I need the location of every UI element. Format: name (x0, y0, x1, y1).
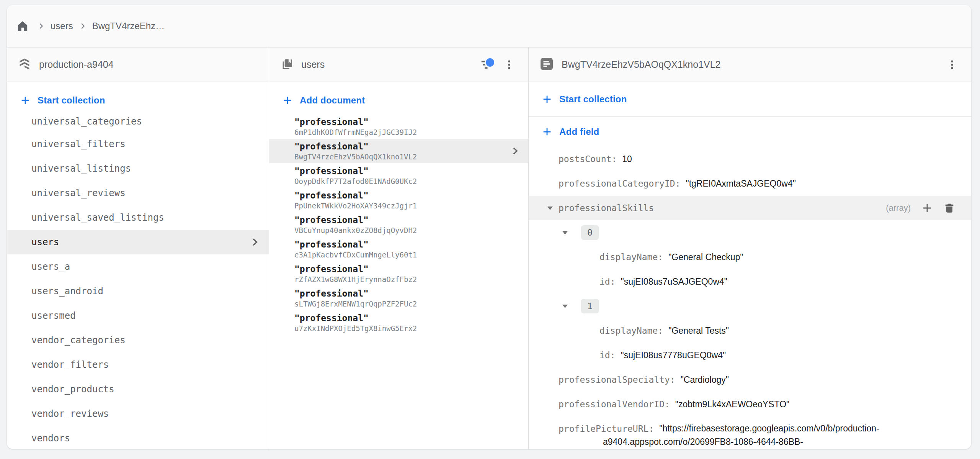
delete-field-icon[interactable] (943, 202, 956, 215)
field-row-professionalSpecialty: professionalSpecialty: "Cardiology" (529, 367, 971, 392)
collections-list: universal_categories universal_filters u… (7, 111, 269, 449)
filter-active-badge (485, 57, 495, 68)
database-panel-header: production-a9404 (7, 48, 269, 82)
field-row-professionalSkills: professionalSkills (array) (529, 196, 971, 220)
document-item-selected[interactable]: "professional"BwgTV4rzeEhzV5bAOqQX1kno1V… (269, 139, 528, 163)
plus-icon (542, 94, 552, 105)
field-row-profilePictureURL: profilePictureURL: "https://firebasestor… (529, 416, 971, 447)
array-item-row-0: 0 (529, 220, 971, 245)
collection-item[interactable]: vendors (7, 426, 269, 449)
document-title: BwgTV4rzeEhzV5bAOqQX1kno1VL2 (562, 59, 721, 70)
chevron-right-icon (37, 22, 45, 30)
collection-item[interactable]: universal_categories (7, 111, 269, 132)
database-panel: production-a9404 Start collection univer… (7, 48, 269, 449)
collection-item[interactable]: vendor_categories (7, 328, 269, 352)
field-row-id-0: id: "sujEI08us7uSAJGEQ0w4" (529, 269, 971, 294)
field-row-professionalCategoryID: professionalCategoryID: "tgREI0AxmtaSAJG… (529, 171, 971, 196)
collection-item[interactable]: universal_reviews (7, 181, 269, 205)
chevron-right-icon (250, 237, 260, 247)
collection-item[interactable]: universal_listings (7, 156, 269, 181)
document-item[interactable]: "professional"sLTWGj8ErxMENW1qrQqpPZF2FU… (269, 286, 528, 310)
collection-item[interactable]: vendor_filters (7, 352, 269, 377)
collection-item[interactable]: vendor_reviews (7, 402, 269, 426)
add-document-button[interactable]: Add document (269, 90, 528, 111)
plus-icon (282, 95, 293, 106)
document-panel-body: Start collection Add field postsCount: 1… (529, 82, 971, 449)
document-item[interactable]: "professional"rZfAZX1wG8WX1HjErynnaOzfFb… (269, 261, 528, 286)
breadcrumb: users BwgTV4rzeEhz… (7, 5, 971, 48)
kebab-menu-icon[interactable] (501, 56, 517, 73)
collection-item[interactable]: usersmed (7, 303, 269, 328)
collection-item-selected[interactable]: users (7, 230, 269, 254)
field-list: postsCount: 10 professionalCategoryID: "… (529, 147, 971, 449)
collection-panel-header: users (269, 48, 528, 82)
documents-list: "professional"6mP1dhKODfWfrmNEga2jJGC39I… (269, 114, 528, 335)
add-field-button[interactable]: Add field (529, 117, 971, 147)
array-item-row-1: 1 (529, 294, 971, 318)
plus-icon (20, 95, 31, 106)
array-index-badge: 1 (581, 299, 599, 313)
panel-container: production-a9404 Start collection univer… (7, 48, 971, 449)
collapse-triangle-icon[interactable] (562, 230, 568, 235)
breadcrumb-collection[interactable]: users (51, 21, 73, 31)
chevron-right-icon (78, 22, 87, 30)
field-row-postsCount: postsCount: 10 (529, 147, 971, 171)
document-item[interactable]: "professional"OoypDdkfP7T2afod0E1NAdG0UK… (269, 163, 528, 188)
firestore-database-icon (18, 57, 31, 72)
collapse-triangle-icon[interactable] (562, 304, 568, 308)
start-collection-button[interactable]: Start collection (529, 82, 971, 117)
collection-item[interactable]: universal_saved_listings (7, 205, 269, 230)
field-row-id-1: id: "sujEI08us7778uGEQ0w4" (529, 343, 971, 367)
collection-panel: users (269, 48, 529, 449)
document-item[interactable]: "professional"6mP1dhKODfWfrmNEga2jJGC39I… (269, 114, 528, 139)
document-item[interactable]: "professional"e3A1pKacbvfCDxCumMngeLly60… (269, 237, 528, 261)
collection-item[interactable]: users_a (7, 254, 269, 279)
breadcrumb-document[interactable]: BwgTV4rzeEhz… (92, 21, 165, 31)
array-index-badge: 0 (581, 225, 599, 240)
database-panel-body: Start collection universal_categories un… (7, 82, 269, 449)
field-row-professionalVendorID: professionalVendorID: "zobtm9Lk4xAEWOeoY… (529, 392, 971, 416)
document-icon (540, 57, 553, 72)
document-panel: BwgTV4rzeEhzV5bAOqQX1kno1VL2 Start colle… (529, 48, 971, 449)
add-array-element-icon[interactable] (921, 202, 934, 215)
document-item[interactable]: "professional"VBCuYnup40ankx0zZO8djqOyvD… (269, 212, 528, 237)
plus-icon (542, 126, 552, 137)
document-panel-header: BwgTV4rzeEhzV5bAOqQX1kno1VL2 (529, 48, 971, 82)
database-title: production-a9404 (39, 59, 114, 70)
home-icon[interactable] (14, 17, 31, 35)
field-row-displayName-0: displayName: "General Checkup" (529, 245, 971, 269)
collection-title: users (301, 59, 325, 70)
document-item[interactable]: "professional"u7zKxINdPXOjEd5TgX8inwG5Er… (269, 310, 528, 335)
collapse-triangle-icon[interactable] (547, 206, 553, 210)
collection-item[interactable]: universal_filters (7, 132, 269, 156)
field-type-label: (array) (886, 203, 911, 213)
collection-panel-body: Add document "professional"6mP1dhKODfWfr… (269, 82, 528, 449)
collection-item[interactable]: users_android (7, 279, 269, 303)
collection-icon (281, 58, 293, 72)
document-item[interactable]: "professional"PpUnekTWkkVo2HoXAY349czJgj… (269, 188, 528, 212)
filter-list-icon[interactable] (478, 56, 495, 73)
collection-item[interactable]: vendor_products (7, 377, 269, 402)
field-row-displayName-1: displayName: "General Tests" (529, 318, 971, 343)
start-collection-button[interactable]: Start collection (7, 90, 269, 111)
chevron-right-icon (510, 146, 520, 156)
kebab-menu-icon[interactable] (944, 56, 960, 73)
firestore-console: users BwgTV4rzeEhz… production-a9 (0, 0, 980, 459)
firestore-data-card: users BwgTV4rzeEhz… production-a9 (7, 5, 971, 449)
